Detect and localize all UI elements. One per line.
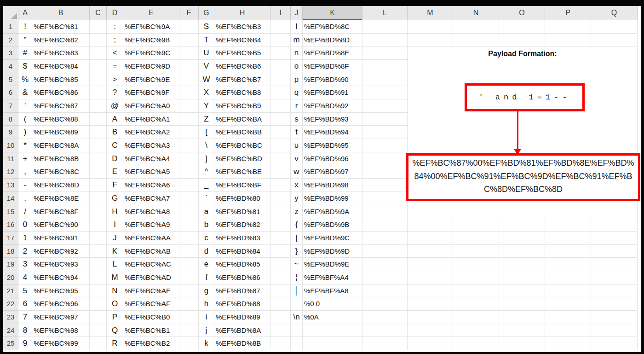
cell-G18[interactable]: d [199,245,214,258]
cell-K12[interactable]: %EF%BD%97 [303,165,362,179]
cell-J20[interactable]: ¦ [291,271,303,284]
cell-E3[interactable]: %EF%BC%9C [123,46,179,60]
cell-F6[interactable] [179,86,199,99]
cell-J25[interactable] [291,337,303,350]
cell-F22[interactable] [179,297,199,311]
row-header-15[interactable]: 15 [3,205,18,219]
cell-D8[interactable]: A [107,113,123,126]
cell-F20[interactable] [179,271,199,284]
cell-K10[interactable]: %EF%BD%95 [303,139,362,152]
cell-E16[interactable]: %EF%BC%A9 [123,218,179,232]
cell-M16[interactable] [408,218,453,232]
cell-G12[interactable]: ^ [199,165,214,179]
cell-J11[interactable]: v [291,152,303,166]
cell-G7[interactable]: Y [199,99,214,113]
cell-E5[interactable]: %EF%BC%9E [123,73,179,87]
cell-K1[interactable]: %EF%BD%8C [303,20,362,34]
cell-O17[interactable] [499,232,545,245]
cell-E7[interactable]: %EF%BC%A0 [123,99,179,113]
cell-E19[interactable]: %EF%BC%AC [123,258,179,271]
cell-L17[interactable] [362,232,408,245]
cell-N22[interactable] [453,297,499,311]
cell-P16[interactable] [545,218,591,232]
cell-J1[interactable]: l [291,20,303,34]
cell-J6[interactable]: q [291,86,303,99]
cell-A24[interactable]: 8 [18,324,32,337]
cell-Q17[interactable] [591,232,638,245]
cell-I2[interactable] [270,34,291,47]
cell-G15[interactable]: a [199,205,214,219]
cell-I3[interactable] [270,46,291,60]
cell-E14[interactable]: %EF%BC%A7 [123,192,179,205]
cell-D21[interactable]: N [107,284,123,298]
row-header-21[interactable]: 21 [3,284,18,298]
cell-E4[interactable]: %EF%BC%9D [123,60,179,73]
cell-G6[interactable]: X [199,86,214,99]
cell-H16[interactable]: %EF%BD%82 [214,218,270,232]
cell-E8[interactable]: %EF%BC%A1 [123,113,179,126]
cell-F7[interactable] [179,99,199,113]
cell-D4[interactable]: = [107,60,123,73]
cell-B20[interactable]: %EF%BC%94 [32,271,90,284]
cell-I13[interactable] [270,179,291,192]
select-all-button[interactable] [3,6,18,20]
cell-G11[interactable]: ] [199,152,214,166]
cell-F10[interactable] [179,139,199,152]
cell-H20[interactable]: %EF%BD%86 [214,271,270,284]
col-header-A[interactable]: A [18,6,32,20]
cell-O25[interactable] [499,337,545,350]
cell-G24[interactable]: j [199,324,214,337]
cell-H18[interactable]: %EF%BD%84 [214,245,270,258]
cell-P19[interactable] [545,258,591,271]
cell-L4[interactable] [362,60,408,73]
cell-N2[interactable] [453,34,499,47]
cell-I15[interactable] [270,205,291,219]
cell-L1[interactable] [362,20,408,34]
cell-F13[interactable] [179,179,199,192]
cell-N21[interactable] [453,284,499,298]
cell-L24[interactable] [362,324,408,337]
cell-I4[interactable] [270,60,291,73]
cell-Q21[interactable] [591,284,638,298]
col-header-G[interactable]: G [199,6,214,20]
cell-K21[interactable]: %EF%BF%A8 [303,284,362,298]
cell-H25[interactable]: %EF%BD%8B [214,337,270,350]
cell-K14[interactable]: %EF%BD%99 [303,192,362,205]
cell-N17[interactable] [453,232,499,245]
cell-P23[interactable] [545,311,591,324]
cell-C18[interactable] [90,245,107,258]
cell-C1[interactable] [90,20,107,34]
cell-B9[interactable]: %EF%BC%89 [32,126,90,139]
cell-J13[interactable]: x [291,179,303,192]
cell-H17[interactable]: %EF%BD%83 [214,232,270,245]
cell-C13[interactable] [90,179,107,192]
cell-J3[interactable]: n [291,46,303,60]
cell-H13[interactable]: %EF%BC%BF [214,179,270,192]
cell-O24[interactable] [499,324,545,337]
cell-O16[interactable] [499,218,545,232]
cell-L8[interactable] [362,113,408,126]
cell-P2[interactable] [545,34,591,47]
col-header-F[interactable]: F [179,6,199,20]
cell-D11[interactable]: D [107,152,123,166]
cell-A6[interactable]: & [18,86,32,99]
cell-A14[interactable]: . [18,192,32,205]
cell-O1[interactable] [499,20,545,34]
cell-L7[interactable] [362,99,408,113]
cell-E24[interactable]: %EF%BC%B1 [123,324,179,337]
cell-Q25[interactable] [591,337,638,350]
cell-M22[interactable] [408,297,453,311]
cell-F14[interactable] [179,192,199,205]
cell-J23[interactable]: \n [291,311,303,324]
cell-N1[interactable] [453,20,499,34]
cell-D23[interactable]: P [107,311,123,324]
cell-D9[interactable]: B [107,126,123,139]
cell-C5[interactable] [90,73,107,87]
cell-J18[interactable]: } [291,245,303,258]
cell-C17[interactable] [90,232,107,245]
cell-Q1[interactable] [591,20,638,34]
cell-A5[interactable]: % [18,73,32,87]
cell-J7[interactable]: r [291,99,303,113]
cell-P18[interactable] [545,245,591,258]
cell-E21[interactable]: %EF%BC%AE [123,284,179,298]
